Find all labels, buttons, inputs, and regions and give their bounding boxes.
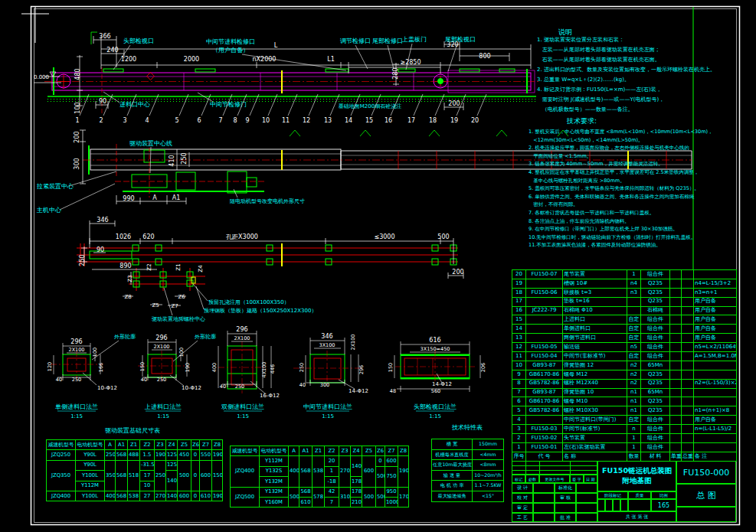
dim-cell: Z6 bbox=[376, 446, 385, 456]
bom-cell: 5 bbox=[512, 406, 526, 416]
approver-label: 审 定 bbox=[512, 503, 533, 513]
bom-cell: n1 bbox=[627, 388, 641, 397]
dim-cell: 610 bbox=[200, 491, 212, 501]
bom-cell: Q235 bbox=[641, 279, 670, 288]
dim-cell: 150 bbox=[212, 460, 223, 491]
checker-sign bbox=[533, 493, 555, 503]
dim-cell: 610 bbox=[299, 497, 313, 507]
bom-cell: 2 bbox=[512, 434, 526, 443]
bom-cell bbox=[682, 288, 694, 297]
rev-doc-label: 更改文件号 bbox=[539, 475, 570, 483]
dim-cell: 568 bbox=[116, 491, 128, 501]
standardization-sign bbox=[576, 483, 597, 493]
dim-cell: 140 bbox=[351, 456, 362, 477]
bom-cell: GB6170-86 bbox=[526, 397, 563, 406]
bom-cell: 总重 bbox=[682, 452, 694, 461]
dim-cell: 350 bbox=[105, 460, 116, 491]
dim-text: 尾部检视口 bbox=[445, 36, 476, 43]
dim-cell: 27 bbox=[140, 491, 155, 501]
dim-cell: A bbox=[105, 440, 116, 450]
bom-cell: 1 bbox=[627, 270, 641, 279]
bom-cell: 自定 bbox=[627, 416, 641, 425]
bom-cell: FU150-05 bbox=[526, 343, 563, 352]
dim-text: 250 bbox=[157, 377, 166, 383]
blank-cell bbox=[676, 507, 736, 522]
bom-cell: n bbox=[627, 425, 641, 434]
balloon: 1 bbox=[75, 117, 79, 124]
dim-text: 2X100 bbox=[350, 335, 356, 351]
dim-text: 410 bbox=[169, 155, 175, 166]
bom-cell: 1 bbox=[627, 434, 641, 443]
leader-line bbox=[477, 94, 486, 116]
dim-cell: 518 bbox=[128, 460, 140, 491]
dim-text: 300 bbox=[320, 382, 329, 388]
dim-cell: 178 bbox=[351, 477, 362, 487]
break-line bbox=[290, 130, 568, 136]
dim-text: 206 bbox=[480, 363, 486, 372]
bom-cell bbox=[670, 334, 682, 343]
dim-cell: 0 bbox=[376, 456, 385, 466]
bom-cell: 弹簧垫圈 10 bbox=[563, 388, 627, 397]
bom-cell: 垫板 t=16 bbox=[563, 297, 627, 306]
dim-cell: JZQ400 bbox=[231, 456, 260, 487]
bom-cell: 组合件 bbox=[641, 343, 670, 352]
bom-cell: 组合件 bbox=[641, 416, 670, 425]
checker-label: 校 对 bbox=[512, 493, 533, 503]
bom-cell: GB5782-86 bbox=[526, 379, 563, 388]
bom-cell bbox=[670, 442, 682, 452]
bom-cell: 中间节(标准节) bbox=[563, 425, 627, 434]
dim-cell: Y132M bbox=[260, 477, 289, 487]
bom-cell bbox=[682, 370, 694, 379]
dim-text: 2X100 bbox=[234, 335, 250, 341]
dim-cell: JZQ500 bbox=[231, 487, 260, 508]
dim-cell: Z4 bbox=[351, 446, 362, 456]
dim-text: 190 bbox=[185, 363, 191, 372]
dim-cell: Z7 bbox=[200, 440, 212, 450]
bom-cell bbox=[670, 352, 682, 361]
bom-cell: 4 bbox=[512, 416, 526, 425]
dim-cell: 538 bbox=[128, 491, 140, 501]
dim-text: 100 bbox=[92, 348, 98, 357]
bom-cell: 用户自备 bbox=[694, 334, 737, 343]
dim-text: ≥2850 bbox=[400, 59, 421, 66]
dim-cell: 0 bbox=[191, 460, 200, 491]
dim-cell: Z6 bbox=[191, 440, 200, 450]
dim-cell: 950 bbox=[385, 487, 398, 497]
leader-line bbox=[149, 94, 159, 116]
balloon: 13 bbox=[324, 117, 332, 124]
dim-cell: -31.5 bbox=[140, 460, 155, 470]
balloon: 20 bbox=[471, 117, 479, 124]
stage-mark-label: 阶段标记 bbox=[597, 491, 628, 499]
bom-cell: n2=(L-150/3)×2 bbox=[694, 379, 737, 388]
dim-cell: 1000 bbox=[385, 497, 398, 507]
bom-cell: 15 bbox=[512, 315, 526, 325]
scale-label: 比例 bbox=[651, 491, 676, 499]
bom-cell: 序号 bbox=[512, 452, 526, 461]
dim-cell: 270 bbox=[155, 491, 166, 501]
dim-text: 基础地面M200细石砼浇注 bbox=[339, 103, 401, 109]
dim-cell: 500 bbox=[376, 466, 385, 487]
dim-text: 150 bbox=[388, 363, 394, 372]
stage-cell bbox=[597, 499, 605, 511]
bom-cell bbox=[682, 379, 694, 388]
dim-cell: A1 bbox=[116, 440, 128, 450]
auditor-sign bbox=[576, 493, 597, 503]
bom-cell: 材 料 bbox=[641, 452, 670, 461]
dim-cell: 42 bbox=[325, 487, 339, 497]
bom-cell: n=(L-L1-L5)/2 bbox=[694, 425, 737, 434]
bom-cell bbox=[670, 425, 682, 434]
tech-cell: 最大输送倾角 bbox=[432, 491, 473, 501]
dim-cell: Y132M bbox=[260, 487, 289, 497]
dim-cell: Z4 bbox=[166, 440, 178, 450]
bom-cell: 18 bbox=[512, 288, 526, 297]
bom-cell bbox=[682, 343, 694, 352]
leader-line bbox=[268, 94, 277, 116]
bom-cell bbox=[694, 434, 737, 443]
dim-text: Z6 bbox=[178, 294, 185, 300]
dim-text: 14-Φ12 bbox=[432, 381, 452, 387]
ratifier-sign bbox=[576, 513, 597, 522]
dim-text: 1200 bbox=[121, 56, 136, 63]
dim-text: 250 bbox=[299, 363, 305, 372]
balloon: 4 bbox=[145, 117, 149, 124]
bom-cell: GB6170-86 bbox=[526, 370, 563, 379]
